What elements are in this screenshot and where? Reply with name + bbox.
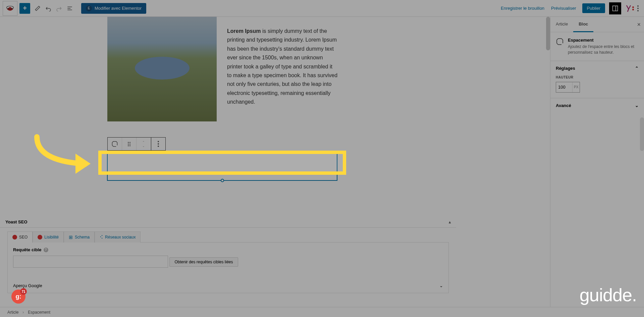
- help-icon[interactable]: ?: [44, 248, 48, 252]
- schema-icon: [69, 234, 73, 240]
- breadcrumb-root[interactable]: Article: [7, 310, 18, 315]
- svg-point-1: [8, 8, 8, 8]
- height-input[interactable]: [556, 82, 572, 92]
- sad-face-icon: [12, 235, 17, 240]
- chevron-up-icon: ⌃: [635, 66, 639, 71]
- elementor-icon: E: [86, 5, 92, 11]
- settings-sidebar: Article Bloc × Espacement Ajoutez de l'e…: [550, 17, 644, 307]
- spacer-block-icon[interactable]: [108, 138, 122, 150]
- share-icon: [100, 234, 103, 240]
- featured-image[interactable]: [107, 17, 217, 121]
- sad-face-icon: [38, 235, 42, 240]
- get-related-keywords-button[interactable]: Obtenir des requêtes cibles liées: [169, 257, 238, 267]
- edit-icon[interactable]: [32, 3, 43, 14]
- breadcrumb-current[interactable]: Espacement: [28, 310, 50, 315]
- badge-count: 71: [20, 288, 27, 295]
- body-text: is simply dummy text of the printing and…: [227, 28, 337, 105]
- height-unit[interactable]: PX: [572, 82, 580, 92]
- tab-social[interactable]: Réseaux sociaux: [95, 231, 141, 243]
- breadcrumb: Article › Espacement: [0, 307, 644, 317]
- annotation-arrow: [32, 134, 96, 177]
- block-toolbar: ⌃⌄: [107, 137, 166, 151]
- google-preview-label: Aperçu Google: [13, 283, 42, 288]
- close-icon[interactable]: ×: [637, 21, 641, 28]
- advanced-toggle[interactable]: Avancé ⌄: [550, 98, 644, 113]
- scrollbar[interactable]: [546, 17, 550, 50]
- wp-logo[interactable]: [3, 1, 17, 16]
- highlight-spotlight: [102, 154, 343, 171]
- more-options-icon[interactable]: [637, 5, 639, 11]
- elementor-label: Modifier avec Elementor: [95, 6, 142, 11]
- yoast-seo-panel: Yoast SEO ▴ SEO Lisibilité Schema Réseau…: [0, 216, 456, 297]
- yoast-icon[interactable]: [623, 2, 635, 14]
- guidde-watermark: guidde.: [580, 284, 637, 305]
- lead-text: Lorem Ipsum: [227, 28, 261, 34]
- yoast-tabs: SEO Lisibilité Schema Réseaux sociaux: [0, 228, 456, 242]
- breadcrumb-separator: ›: [22, 310, 24, 315]
- elementor-edit-button[interactable]: E Modifier avec Elementor: [81, 3, 146, 14]
- preview-link[interactable]: Prévisualiser: [551, 6, 576, 11]
- drag-handle-icon[interactable]: [122, 138, 137, 150]
- chevron-down-icon: ⌄: [635, 103, 639, 108]
- save-draft-link[interactable]: Enregistrer le brouillon: [501, 6, 544, 11]
- undo-icon[interactable]: [43, 3, 54, 14]
- yoast-panel-title: Yoast SEO: [5, 219, 28, 224]
- spacer-icon: [556, 38, 564, 46]
- paragraph-block[interactable]: Lorem Ipsum is simply dummy text of the …: [227, 27, 338, 107]
- tab-block[interactable]: Bloc: [573, 17, 593, 32]
- sidebar-toggle-icon[interactable]: [609, 2, 621, 14]
- settings-toggle[interactable]: Réglages ⌃: [550, 61, 644, 75]
- height-label: HAUTEUR: [556, 75, 639, 79]
- tab-seo[interactable]: SEO: [7, 231, 33, 243]
- tab-article[interactable]: Article: [550, 17, 573, 32]
- chevron-down-icon[interactable]: ⌄: [439, 283, 443, 288]
- assistant-badge[interactable]: g: 71: [11, 289, 25, 304]
- publish-button[interactable]: Publier: [582, 3, 605, 13]
- document-outline-icon[interactable]: [64, 3, 75, 14]
- block-more-options-icon[interactable]: [151, 138, 165, 150]
- tab-schema[interactable]: Schema: [64, 231, 95, 243]
- top-toolbar: + E Modifier avec Elementor Enregistrer …: [0, 0, 644, 17]
- svg-rect-3: [613, 6, 618, 11]
- resize-handle[interactable]: [221, 179, 224, 182]
- focus-keyword-label: Requête cible?: [13, 247, 443, 252]
- block-description: Ajoutez de l'espace entre les blocs et p…: [568, 44, 639, 55]
- scrollbar[interactable]: [640, 117, 644, 151]
- focus-keyword-input[interactable]: [13, 256, 168, 268]
- move-up-down-icon[interactable]: ⌃⌄: [137, 138, 151, 150]
- add-block-button[interactable]: +: [19, 3, 30, 14]
- tab-readability[interactable]: Lisibilité: [33, 231, 64, 243]
- collapse-panel-icon[interactable]: ▴: [449, 220, 451, 224]
- block-name: Espacement: [568, 38, 639, 43]
- redo-icon[interactable]: [54, 3, 64, 14]
- svg-point-2: [12, 8, 12, 8]
